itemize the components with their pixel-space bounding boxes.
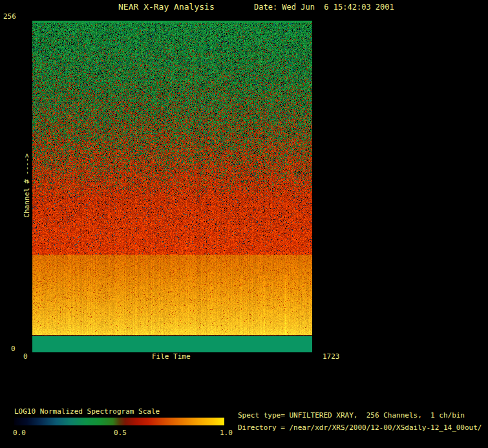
x-axis-title: File Time	[152, 353, 191, 361]
near-xray-analysis-window: NEAR X-Ray Analysis Date: Wed Jun 6 15:4…	[0, 0, 488, 448]
y-axis-title: Channel # ---->	[23, 153, 31, 217]
directory-info: Directory = /near/xdr/XRS/2000/12-00/XSd…	[238, 424, 482, 432]
date-label: Date: Wed Jun 6 15:42:03 2001	[254, 3, 394, 12]
colorbar-tick-mid: 0.5	[114, 429, 127, 437]
y-axis-min-label: 0	[11, 345, 16, 353]
colorbar-tick-min: 0.0	[13, 429, 26, 437]
x-axis-max-label: 1723	[323, 353, 340, 361]
colorbar-label: LOG10 Normalized Spectrogram Scale	[14, 408, 160, 416]
colorbar-tick-max: 1.0	[220, 429, 233, 437]
y-axis-max-label: 256	[3, 13, 16, 21]
colorbar-gradient	[14, 418, 224, 425]
spect-type-info: Spect type= UNFILTERED XRAY, 256 Channel…	[238, 412, 465, 420]
x-axis-min-label: 0	[23, 353, 28, 361]
spectrogram-image	[32, 21, 312, 352]
page-title: NEAR X-Ray Analysis	[118, 3, 215, 12]
